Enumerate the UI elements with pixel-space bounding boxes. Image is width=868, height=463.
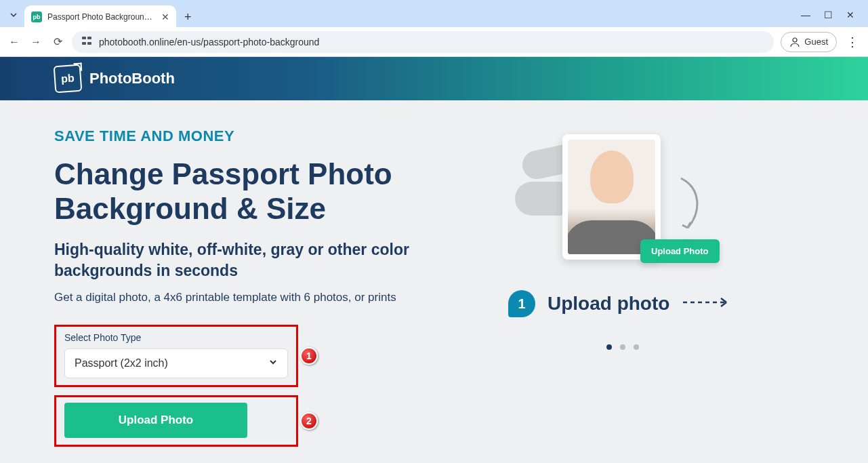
svg-rect-1	[87, 37, 91, 39]
annotation-badge-2: 2	[300, 412, 318, 430]
tab-list-dropdown[interactable]	[5, 7, 22, 23]
carousel-dot[interactable]	[606, 344, 612, 350]
hero-meta: Get a digital photo, a 4x6 printable tem…	[54, 291, 481, 304]
forward-button[interactable]: →	[28, 36, 43, 48]
browser-menu-button[interactable]: ⋮	[844, 35, 861, 49]
dashed-arrow-icon	[682, 296, 736, 312]
page-body: pb PhotoBooth SAVE TIME AND MONEY Change…	[0, 57, 868, 463]
site-header: pb PhotoBooth	[0, 57, 868, 100]
svg-rect-2	[82, 42, 86, 45]
carousel-dots	[606, 344, 639, 350]
close-icon[interactable]: ✕	[161, 12, 169, 22]
hero-illustration: Upload Photo 1 Upload photo	[508, 127, 800, 455]
select-label: Select Photo Type	[64, 332, 288, 343]
hero-subtitle: High-quality white, off-white, gray or o…	[54, 239, 481, 281]
tab-title: Passport Photo Background…	[47, 12, 156, 22]
svg-rect-3	[87, 42, 91, 45]
favicon: pb	[31, 12, 42, 22]
reload-button[interactable]: ⟳	[50, 35, 65, 48]
upload-photo-pill[interactable]: Upload Photo	[640, 239, 720, 263]
site-logo[interactable]: pb PhotoBooth	[54, 65, 175, 92]
close-window-icon[interactable]: ✕	[846, 9, 854, 20]
new-tab-button[interactable]: +	[184, 10, 192, 24]
sample-photo	[568, 140, 655, 254]
annotation-badge-1: 1	[300, 347, 318, 365]
curve-arrow-icon	[674, 175, 708, 239]
hero-tagline: SAVE TIME AND MONEY	[54, 127, 481, 145]
photo-face-shape	[590, 150, 634, 203]
logo-text: PhotoBooth	[89, 70, 175, 87]
person-icon	[789, 37, 800, 47]
minimize-icon[interactable]: —	[801, 9, 810, 20]
tab-bar: pb Passport Photo Background… ✕ + — ☐ ✕	[0, 0, 868, 27]
hero-title: Change Passport Photo Background & Size	[54, 157, 481, 226]
browser-chrome: pb Passport Photo Background… ✕ + — ☐ ✕ …	[0, 0, 868, 57]
hero-section: SAVE TIME AND MONEY Change Passport Phot…	[0, 100, 868, 463]
back-button[interactable]: ←	[7, 36, 22, 48]
site-settings-icon[interactable]	[81, 35, 92, 48]
carousel-dot[interactable]	[634, 344, 639, 350]
profile-button[interactable]: Guest	[781, 32, 837, 52]
maximize-icon[interactable]: ☐	[824, 9, 833, 20]
chevron-down-icon	[268, 357, 278, 369]
step-label: Upload photo	[547, 293, 669, 315]
logo-icon: pb	[54, 64, 83, 94]
upload-photo-callout: Upload Photo 2	[54, 395, 298, 447]
carousel-dot[interactable]	[620, 344, 625, 350]
svg-rect-0	[82, 37, 86, 39]
url-input[interactable]: photobooth.online/en-us/passport-photo-b…	[72, 31, 774, 53]
step-row: 1 Upload photo	[508, 290, 736, 317]
chevron-down-icon	[9, 11, 18, 19]
address-bar: ← → ⟳ photobooth.online/en-us/passport-p…	[0, 27, 868, 57]
hero-content: SAVE TIME AND MONEY Change Passport Phot…	[54, 127, 481, 455]
upload-photo-button[interactable]: Upload Photo	[64, 403, 247, 438]
url-text: photobooth.online/en-us/passport-photo-b…	[99, 37, 319, 47]
profile-label: Guest	[804, 37, 828, 47]
step-number-badge: 1	[508, 290, 535, 317]
photo-type-select[interactable]: Passport (2x2 inch)	[64, 348, 288, 378]
window-controls: — ☐ ✕	[801, 9, 863, 20]
select-value: Passport (2x2 inch)	[75, 357, 168, 369]
browser-tab[interactable]: pb Passport Photo Background… ✕	[24, 5, 176, 28]
svg-point-4	[793, 38, 797, 42]
select-photo-type-callout: Select Photo Type Passport (2x2 inch) 1	[54, 325, 298, 387]
